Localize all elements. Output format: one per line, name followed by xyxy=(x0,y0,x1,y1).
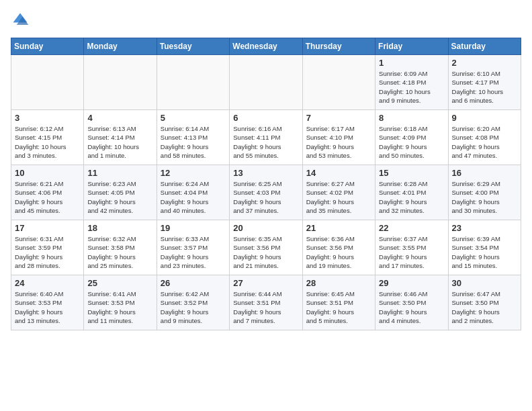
day-info: Sunrise: 6:12 AM Sunset: 4:15 PM Dayligh… xyxy=(15,124,80,160)
calendar-cell: 28Sunrise: 6:45 AM Sunset: 3:51 PM Dayli… xyxy=(302,275,375,330)
calendar-week-row: 3Sunrise: 6:12 AM Sunset: 4:15 PM Daylig… xyxy=(11,110,521,165)
day-number: 25 xyxy=(87,278,152,288)
calendar-cell: 2Sunrise: 6:10 AM Sunset: 4:17 PM Daylig… xyxy=(448,55,521,110)
calendar-cell xyxy=(11,55,84,110)
day-number: 10 xyxy=(15,168,80,178)
day-number: 30 xyxy=(452,278,517,288)
calendar-cell: 24Sunrise: 6:40 AM Sunset: 3:53 PM Dayli… xyxy=(11,275,84,330)
calendar-cell xyxy=(230,55,302,110)
day-info: Sunrise: 6:33 AM Sunset: 3:57 PM Dayligh… xyxy=(161,234,226,270)
header-saturday: Saturday xyxy=(448,38,521,55)
header-thursday: Thursday xyxy=(302,38,375,55)
day-info: Sunrise: 6:42 AM Sunset: 3:52 PM Dayligh… xyxy=(161,289,226,325)
day-info: Sunrise: 6:16 AM Sunset: 4:11 PM Dayligh… xyxy=(233,124,298,160)
calendar-cell xyxy=(84,55,157,110)
calendar-cell: 5Sunrise: 6:14 AM Sunset: 4:13 PM Daylig… xyxy=(157,110,229,165)
day-number: 18 xyxy=(87,223,152,233)
day-number: 28 xyxy=(306,278,371,288)
day-number: 9 xyxy=(452,113,517,123)
calendar-cell: 6Sunrise: 6:16 AM Sunset: 4:11 PM Daylig… xyxy=(230,110,302,165)
calendar-cell: 13Sunrise: 6:25 AM Sunset: 4:03 PM Dayli… xyxy=(230,165,302,220)
day-info: Sunrise: 6:40 AM Sunset: 3:53 PM Dayligh… xyxy=(15,289,80,325)
calendar-cell: 11Sunrise: 6:23 AM Sunset: 4:05 PM Dayli… xyxy=(84,165,157,220)
logo xyxy=(11,11,32,30)
day-info: Sunrise: 6:24 AM Sunset: 4:04 PM Dayligh… xyxy=(161,179,226,215)
calendar-cell: 19Sunrise: 6:33 AM Sunset: 3:57 PM Dayli… xyxy=(157,220,229,275)
header-wednesday: Wednesday xyxy=(230,38,302,55)
day-number: 29 xyxy=(379,278,444,288)
calendar-cell: 1Sunrise: 6:09 AM Sunset: 4:18 PM Daylig… xyxy=(375,55,448,110)
day-number: 26 xyxy=(161,278,226,288)
page-header xyxy=(11,11,521,30)
day-info: Sunrise: 6:45 AM Sunset: 3:51 PM Dayligh… xyxy=(306,289,371,325)
day-info: Sunrise: 6:13 AM Sunset: 4:14 PM Dayligh… xyxy=(87,124,152,160)
calendar-cell: 21Sunrise: 6:36 AM Sunset: 3:56 PM Dayli… xyxy=(302,220,375,275)
calendar-cell: 26Sunrise: 6:42 AM Sunset: 3:52 PM Dayli… xyxy=(157,275,229,330)
day-number: 8 xyxy=(379,113,444,123)
calendar-cell: 25Sunrise: 6:41 AM Sunset: 3:53 PM Dayli… xyxy=(84,275,157,330)
day-number: 14 xyxy=(306,168,371,178)
day-number: 20 xyxy=(233,223,298,233)
calendar-cell: 9Sunrise: 6:20 AM Sunset: 4:08 PM Daylig… xyxy=(448,110,521,165)
day-number: 12 xyxy=(161,168,226,178)
header-monday: Monday xyxy=(84,38,157,55)
day-number: 24 xyxy=(15,278,80,288)
calendar-cell: 3Sunrise: 6:12 AM Sunset: 4:15 PM Daylig… xyxy=(11,110,84,165)
calendar-cell: 29Sunrise: 6:46 AM Sunset: 3:50 PM Dayli… xyxy=(375,275,448,330)
day-info: Sunrise: 6:21 AM Sunset: 4:06 PM Dayligh… xyxy=(15,179,80,215)
calendar-cell: 20Sunrise: 6:35 AM Sunset: 3:56 PM Dayli… xyxy=(230,220,302,275)
calendar-week-row: 24Sunrise: 6:40 AM Sunset: 3:53 PM Dayli… xyxy=(11,275,521,330)
calendar-cell: 27Sunrise: 6:44 AM Sunset: 3:51 PM Dayli… xyxy=(230,275,302,330)
day-number: 23 xyxy=(452,223,517,233)
calendar-header-row: SundayMondayTuesdayWednesdayThursdayFrid… xyxy=(11,38,521,55)
calendar-table: SundayMondayTuesdayWednesdayThursdayFrid… xyxy=(11,38,521,330)
calendar-week-row: 1Sunrise: 6:09 AM Sunset: 4:18 PM Daylig… xyxy=(11,55,521,110)
day-info: Sunrise: 6:18 AM Sunset: 4:09 PM Dayligh… xyxy=(379,124,444,160)
calendar-cell: 18Sunrise: 6:32 AM Sunset: 3:58 PM Dayli… xyxy=(84,220,157,275)
day-number: 27 xyxy=(233,278,298,288)
day-number: 6 xyxy=(233,113,298,123)
header-tuesday: Tuesday xyxy=(157,38,229,55)
calendar-cell: 14Sunrise: 6:27 AM Sunset: 4:02 PM Dayli… xyxy=(302,165,375,220)
day-info: Sunrise: 6:14 AM Sunset: 4:13 PM Dayligh… xyxy=(161,124,226,160)
calendar-cell xyxy=(302,55,375,110)
day-info: Sunrise: 6:23 AM Sunset: 4:05 PM Dayligh… xyxy=(87,179,152,215)
calendar-cell: 22Sunrise: 6:37 AM Sunset: 3:55 PM Dayli… xyxy=(375,220,448,275)
day-info: Sunrise: 6:39 AM Sunset: 3:54 PM Dayligh… xyxy=(452,234,517,270)
day-number: 19 xyxy=(161,223,226,233)
day-info: Sunrise: 6:28 AM Sunset: 4:01 PM Dayligh… xyxy=(379,179,444,215)
day-number: 21 xyxy=(306,223,371,233)
day-number: 22 xyxy=(379,223,444,233)
day-number: 1 xyxy=(379,58,444,68)
calendar-cell: 30Sunrise: 6:47 AM Sunset: 3:50 PM Dayli… xyxy=(448,275,521,330)
calendar-cell: 7Sunrise: 6:17 AM Sunset: 4:10 PM Daylig… xyxy=(302,110,375,165)
day-info: Sunrise: 6:29 AM Sunset: 4:00 PM Dayligh… xyxy=(452,179,517,215)
day-info: Sunrise: 6:32 AM Sunset: 3:58 PM Dayligh… xyxy=(87,234,152,270)
day-number: 7 xyxy=(306,113,371,123)
day-number: 3 xyxy=(15,113,80,123)
calendar-cell: 12Sunrise: 6:24 AM Sunset: 4:04 PM Dayli… xyxy=(157,165,229,220)
day-number: 2 xyxy=(452,58,517,68)
day-info: Sunrise: 6:31 AM Sunset: 3:59 PM Dayligh… xyxy=(15,234,80,270)
day-info: Sunrise: 6:41 AM Sunset: 3:53 PM Dayligh… xyxy=(87,289,152,325)
day-number: 11 xyxy=(87,168,152,178)
day-number: 13 xyxy=(233,168,298,178)
day-number: 17 xyxy=(15,223,80,233)
day-info: Sunrise: 6:10 AM Sunset: 4:17 PM Dayligh… xyxy=(452,69,517,105)
day-info: Sunrise: 6:36 AM Sunset: 3:56 PM Dayligh… xyxy=(306,234,371,270)
header-friday: Friday xyxy=(375,38,448,55)
calendar-cell xyxy=(157,55,229,110)
header-sunday: Sunday xyxy=(11,38,84,55)
calendar-cell: 17Sunrise: 6:31 AM Sunset: 3:59 PM Dayli… xyxy=(11,220,84,275)
calendar-cell: 15Sunrise: 6:28 AM Sunset: 4:01 PM Dayli… xyxy=(375,165,448,220)
logo-icon xyxy=(11,11,30,30)
day-info: Sunrise: 6:27 AM Sunset: 4:02 PM Dayligh… xyxy=(306,179,371,215)
calendar-cell: 23Sunrise: 6:39 AM Sunset: 3:54 PM Dayli… xyxy=(448,220,521,275)
day-info: Sunrise: 6:35 AM Sunset: 3:56 PM Dayligh… xyxy=(233,234,298,270)
day-number: 16 xyxy=(452,168,517,178)
day-info: Sunrise: 6:44 AM Sunset: 3:51 PM Dayligh… xyxy=(233,289,298,325)
day-info: Sunrise: 6:09 AM Sunset: 4:18 PM Dayligh… xyxy=(379,69,444,105)
day-info: Sunrise: 6:20 AM Sunset: 4:08 PM Dayligh… xyxy=(452,124,517,160)
day-info: Sunrise: 6:46 AM Sunset: 3:50 PM Dayligh… xyxy=(379,289,444,325)
calendar-cell: 10Sunrise: 6:21 AM Sunset: 4:06 PM Dayli… xyxy=(11,165,84,220)
